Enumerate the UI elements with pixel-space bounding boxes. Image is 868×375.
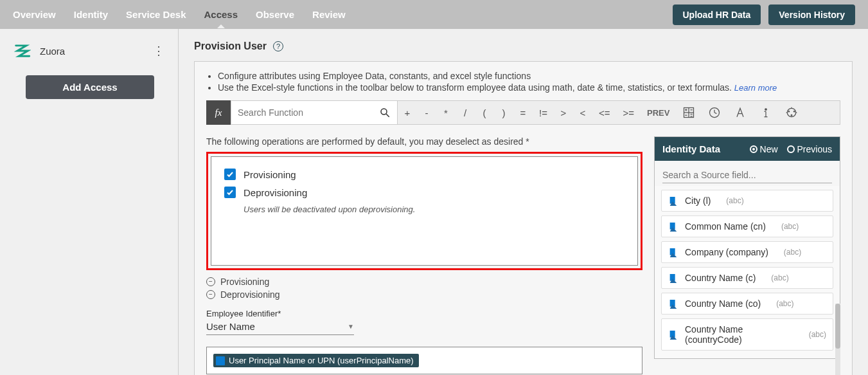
provisioning-label: Provisioning <box>244 169 296 180</box>
provisioning-checkbox[interactable] <box>224 169 236 180</box>
nav-actions: Upload HR Data Version History <box>673 5 856 25</box>
identity-data-panel: Identity Data New Previous City (l) (abc… <box>654 136 840 359</box>
info-icon[interactable] <box>753 101 779 124</box>
op-mult[interactable]: * <box>436 101 456 124</box>
identity-search-input[interactable] <box>662 167 832 183</box>
fx-icon: fx <box>206 100 231 125</box>
add-access-button[interactable]: Add Access <box>26 75 154 99</box>
op-lparen[interactable]: ( <box>475 101 494 124</box>
op-minus[interactable]: - <box>417 101 436 124</box>
identity-list[interactable]: City (l) (abc) Common Name (cn) (abc) Co… <box>655 186 840 358</box>
version-history-button[interactable]: Version History <box>768 5 855 25</box>
operations-box: Provisioning Deprovisioning Users will b… <box>211 156 638 266</box>
tab-observe[interactable]: Observe <box>256 1 294 28</box>
sidebar: Zuora ⋮ Add Access <box>0 29 179 375</box>
kebab-menu-icon[interactable]: ⋮ <box>152 44 165 58</box>
chip-source-icon <box>216 356 225 365</box>
op-plus[interactable]: + <box>398 101 417 124</box>
identity-item-company[interactable]: Company (company) (abc) <box>661 241 833 263</box>
help-text-1: Configure attributes using Employee Data… <box>218 71 840 81</box>
scrollbar-thumb[interactable] <box>835 304 840 349</box>
search-function-box <box>231 100 398 125</box>
svg-point-0 <box>381 109 387 114</box>
search-function-input[interactable] <box>238 102 379 123</box>
tab-review[interactable]: Review <box>312 1 346 28</box>
text-icon[interactable] <box>727 101 753 124</box>
ops-note: The following operations are performed b… <box>206 136 642 147</box>
op-rparen[interactable]: ) <box>494 101 513 124</box>
identity-item-cn[interactable]: Common Name (cn) (abc) <box>661 215 833 237</box>
svg-point-14 <box>765 109 767 111</box>
tab-access[interactable]: Access <box>204 1 238 28</box>
deprov-note: Users will be deactivated upon deprovisi… <box>244 205 624 214</box>
identity-header: Identity Data New Previous <box>655 137 840 161</box>
function-toolbar: fx + - * / ( ) = != > < <= >= <box>206 100 840 125</box>
prev-button[interactable]: PREV <box>641 101 676 124</box>
main-content: Provision User ? Configure attributes us… <box>179 29 868 375</box>
upload-hr-button[interactable]: Upload HR Data <box>673 5 761 25</box>
source-icon <box>668 247 678 257</box>
employee-identifier-label: Employee Identifier* <box>206 309 642 318</box>
svg-point-20 <box>794 111 795 113</box>
employee-identifier-select[interactable]: User Name ▼ <box>206 318 354 335</box>
clock-icon[interactable] <box>702 101 727 124</box>
op-gte[interactable]: >= <box>616 101 641 124</box>
deprovisioning-checkbox[interactable] <box>224 187 236 198</box>
svg-point-19 <box>788 111 790 113</box>
svg-line-1 <box>386 114 389 117</box>
caret-down-icon: ▼ <box>348 323 354 330</box>
config-panel: Configure attributes using Employee Data… <box>194 61 853 375</box>
source-icon <box>668 273 678 283</box>
svg-point-21 <box>792 114 793 116</box>
highlight-box: Provisioning Deprovisioning Users will b… <box>206 152 642 270</box>
chip-label: User Principal Name or UPN (userPrincipa… <box>229 356 414 365</box>
identity-item-countrycode[interactable]: Country Name (countryCode) (abc) <box>661 318 833 351</box>
op-neq[interactable]: != <box>533 101 554 124</box>
zuora-logo-icon <box>13 42 31 60</box>
tab-service-desk[interactable]: Service Desk <box>126 1 186 28</box>
radio-previous[interactable]: Previous <box>787 144 832 154</box>
op-lt[interactable]: < <box>573 101 592 124</box>
identity-item-city[interactable]: City (l) (abc) <box>661 190 833 212</box>
attribute-chip-box[interactable]: User Principal Name or UPN (userPrincipa… <box>206 347 642 374</box>
search-icon[interactable] <box>379 107 391 118</box>
stats-icon[interactable] <box>779 101 804 124</box>
math-icon[interactable] <box>676 101 702 124</box>
source-icon <box>668 196 678 206</box>
tab-identity[interactable]: Identity <box>74 1 108 28</box>
scrollbar[interactable] <box>835 304 840 375</box>
identity-item-co[interactable]: Country Name (co) (abc) <box>661 293 833 315</box>
help-text-2: Use the Excel-style functions in the too… <box>218 82 840 93</box>
radio-new[interactable]: New <box>750 144 778 154</box>
op-div[interactable]: / <box>456 101 475 124</box>
op-eq[interactable]: = <box>513 101 533 124</box>
app-row: Zuora ⋮ <box>13 42 165 60</box>
source-icon <box>668 221 678 232</box>
source-icon <box>668 329 678 340</box>
collapse-provisioning-label: Provisioning <box>220 277 269 287</box>
upn-chip[interactable]: User Principal Name or UPN (userPrincipa… <box>213 354 419 367</box>
op-gt[interactable]: > <box>554 101 573 124</box>
identity-title: Identity Data <box>662 143 720 154</box>
identity-item-c[interactable]: Country Name (c) (abc) <box>661 267 833 289</box>
minus-icon: − <box>206 290 215 299</box>
collapse-deprovisioning-label: Deprovisioning <box>220 289 280 300</box>
toolbar-buttons: + - * / ( ) = != > < <= >= PREV <box>398 100 840 125</box>
employee-identifier-value: User Name <box>206 321 255 332</box>
minus-icon: − <box>206 277 215 286</box>
page-title: Provision User <box>194 41 267 52</box>
svg-line-13 <box>714 113 716 114</box>
help-icon[interactable]: ? <box>273 41 283 51</box>
app-name: Zuora <box>40 46 143 57</box>
top-nav: Overview Identity Service Desk Access Ob… <box>0 0 868 29</box>
collapse-deprovisioning[interactable]: − Deprovisioning <box>206 289 642 300</box>
nav-tabs: Overview Identity Service Desk Access Ob… <box>13 1 673 28</box>
deprovisioning-label: Deprovisioning <box>244 187 307 198</box>
tab-overview[interactable]: Overview <box>13 1 56 28</box>
source-icon <box>668 298 678 309</box>
collapse-provisioning[interactable]: − Provisioning <box>206 277 642 287</box>
learn-more-link[interactable]: Learn more <box>734 83 777 93</box>
op-lte[interactable]: <= <box>592 101 617 124</box>
